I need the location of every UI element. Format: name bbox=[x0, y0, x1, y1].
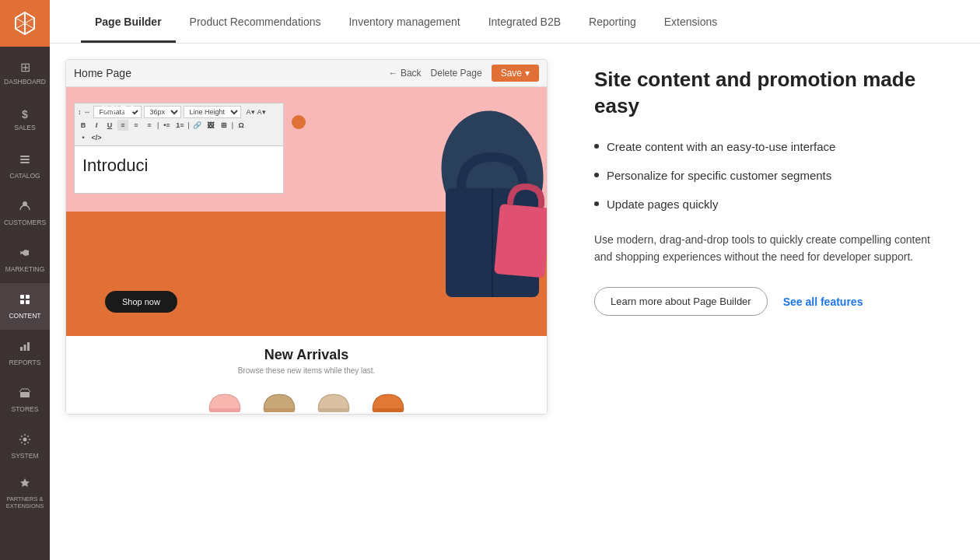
bullet-3: Update pages quickly bbox=[594, 196, 949, 212]
pb-toolbar: Home Page ← Back Delete Page Save ▾ bbox=[66, 60, 547, 87]
sidebar-item-sales[interactable]: $ SALES bbox=[0, 96, 50, 143]
svg-rect-12 bbox=[26, 300, 30, 304]
svg-rect-10 bbox=[26, 295, 30, 299]
pb-back-button[interactable]: ← Back bbox=[389, 68, 422, 79]
tab-inventory-management[interactable]: Inventory management bbox=[334, 0, 474, 43]
pb-actions: ← Back Delete Page Save ▾ bbox=[389, 65, 539, 82]
bold-button[interactable]: B bbox=[78, 120, 89, 131]
table-button[interactable]: ⊞ bbox=[219, 120, 229, 131]
bullet-text-2: Personalize for specific customer segmen… bbox=[607, 167, 831, 184]
pb-size-select[interactable]: 36px bbox=[144, 106, 181, 118]
sidebar-item-partners[interactable]: PARTNERS &EXTENSIONS bbox=[0, 470, 50, 516]
pb-page-title: Home Page bbox=[74, 67, 131, 79]
tab-page-builder[interactable]: Page Builder bbox=[81, 0, 176, 43]
content-area: Home Page ← Back Delete Page Save ▾ XUR bbox=[50, 44, 980, 560]
pb-editor-box: ↕ ↔ Formats 36px Line Height bbox=[74, 103, 284, 194]
system-icon bbox=[19, 433, 31, 449]
tab-integrated-b2b[interactable]: Integrated B2B bbox=[474, 0, 575, 43]
stores-icon bbox=[19, 387, 31, 402]
pb-new-arrivals-subtitle: Browse these new items while they last. bbox=[74, 366, 539, 375]
marketing-icon bbox=[19, 247, 31, 262]
sidebar-item-label: SALES bbox=[14, 124, 35, 131]
underline-button[interactable]: U bbox=[104, 120, 115, 131]
bullet-dot-2 bbox=[594, 173, 599, 177]
bullet-text-1: Create content with an easy-to-use inter… bbox=[607, 138, 835, 155]
sidebar-item-label: REPORTS bbox=[9, 359, 41, 366]
info-panel: Site content and promotion made easy Cre… bbox=[563, 44, 980, 560]
svg-rect-16 bbox=[20, 392, 30, 397]
pb-line-height-select[interactable]: Line Height bbox=[184, 106, 241, 118]
svg-marker-18 bbox=[20, 478, 30, 487]
link-button[interactable]: 🔗 bbox=[192, 120, 203, 131]
see-all-link[interactable]: See all features bbox=[783, 296, 863, 308]
ul-button[interactable]: •≡ bbox=[161, 120, 172, 131]
sidebar-item-catalog[interactable]: CATALOG bbox=[0, 143, 50, 190]
learn-more-button[interactable]: Learn more about Page Builder bbox=[594, 287, 768, 316]
customers-icon bbox=[19, 200, 31, 215]
pb-product-3 bbox=[310, 383, 357, 414]
info-bullets: Create content with an easy-to-use inter… bbox=[594, 138, 949, 212]
tab-product-recommendations[interactable]: Product Recommendations bbox=[176, 0, 335, 43]
pb-delete-button[interactable]: Delete Page bbox=[431, 68, 482, 79]
pb-product-1 bbox=[201, 383, 248, 414]
info-description: Use modern, drag-and-drop tools to quick… bbox=[594, 231, 949, 266]
svg-rect-13 bbox=[20, 347, 23, 351]
special-char-button[interactable]: Ω bbox=[236, 120, 247, 131]
italic-button[interactable]: I bbox=[91, 120, 102, 131]
sidebar-item-reports[interactable]: REPORTS bbox=[0, 330, 50, 376]
align-right-button[interactable]: ≡ bbox=[144, 120, 155, 131]
svg-rect-25 bbox=[264, 408, 295, 412]
ol-button[interactable]: 1≡ bbox=[174, 120, 185, 131]
tab-reporting[interactable]: Reporting bbox=[575, 0, 650, 43]
page-builder-preview: Home Page ← Back Delete Page Save ▾ XUR bbox=[65, 59, 548, 415]
pb-editor-row3: • </> bbox=[78, 132, 280, 143]
sidebar-item-label: DASHBOARD bbox=[4, 78, 46, 86]
svg-rect-14 bbox=[24, 345, 26, 351]
content-icon bbox=[19, 293, 31, 309]
svg-rect-4 bbox=[20, 156, 30, 157]
pb-save-button[interactable]: Save ▾ bbox=[492, 65, 539, 82]
sidebar-item-label: SYSTEM bbox=[12, 452, 39, 460]
preview-panel: Home Page ← Back Delete Page Save ▾ XUR bbox=[50, 44, 563, 560]
svg-rect-5 bbox=[20, 159, 30, 160]
pb-bag-illustration bbox=[383, 95, 547, 328]
svg-rect-24 bbox=[209, 408, 240, 412]
svg-rect-15 bbox=[27, 342, 30, 351]
sidebar-item-dashboard[interactable]: ⊞ DASHBOARD bbox=[0, 50, 50, 96]
main-content: Page Builder Product Recommendations Inv… bbox=[50, 0, 980, 560]
sidebar-item-label: CONTENT bbox=[9, 312, 40, 320]
tabs-bar: Page Builder Product Recommendations Inv… bbox=[50, 0, 980, 44]
dashboard-icon: ⊞ bbox=[20, 60, 30, 75]
bullet-1: Create content with an easy-to-use inter… bbox=[594, 138, 949, 155]
info-actions: Learn more about Page Builder See all fe… bbox=[594, 287, 949, 316]
svg-rect-6 bbox=[20, 162, 30, 163]
align-center-button[interactable]: ≡ bbox=[131, 120, 142, 131]
sidebar-item-content[interactable]: CONTENT bbox=[0, 283, 50, 330]
sales-icon: $ bbox=[22, 108, 28, 121]
align-left-button[interactable]: ≡ bbox=[117, 120, 128, 131]
pb-product-4 bbox=[365, 383, 411, 414]
sidebar-item-customers[interactable]: CUSTOMERS bbox=[0, 190, 50, 236]
bullet-button[interactable]: • bbox=[78, 132, 89, 143]
pb-products-row bbox=[74, 383, 539, 414]
svg-rect-27 bbox=[373, 408, 404, 412]
pb-product-2 bbox=[256, 383, 303, 414]
tab-extensions[interactable]: Extensions bbox=[650, 0, 731, 43]
sidebar-logo[interactable] bbox=[0, 0, 50, 47]
pb-new-arrivals-title: New Arrivals bbox=[74, 347, 539, 363]
sidebar-item-label: CATALOG bbox=[9, 172, 40, 180]
bullet-text-3: Update pages quickly bbox=[607, 196, 718, 212]
bullet-2: Personalize for specific customer segmen… bbox=[594, 167, 949, 184]
image-button[interactable]: 🖼 bbox=[205, 120, 216, 131]
svg-rect-9 bbox=[20, 295, 24, 299]
code-button[interactable]: </> bbox=[91, 132, 102, 143]
pb-editor-content[interactable]: Introduci bbox=[75, 146, 283, 193]
svg-rect-23 bbox=[494, 204, 547, 278]
sidebar-item-marketing[interactable]: MARKETING bbox=[0, 236, 50, 283]
sidebar-item-stores[interactable]: STORES bbox=[0, 376, 50, 423]
bullet-dot-1 bbox=[594, 144, 599, 149]
pb-brand-name: XURI bbox=[101, 103, 136, 115]
sidebar-item-system[interactable]: SYSTEM bbox=[0, 423, 50, 470]
reports-icon bbox=[19, 340, 31, 355]
pb-shop-button[interactable]: Shop now bbox=[105, 291, 177, 313]
